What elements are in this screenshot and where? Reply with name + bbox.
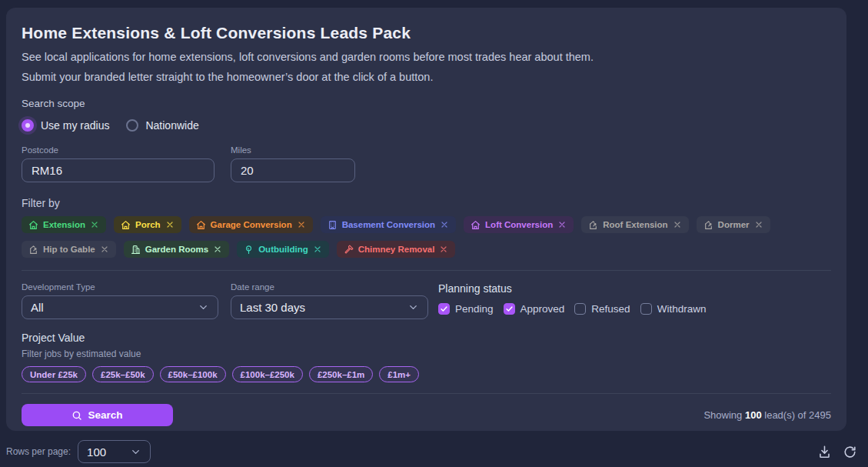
filter-chip-extension[interactable]: Extension (22, 216, 106, 233)
remove-chip-icon[interactable] (100, 245, 109, 254)
remove-chip-icon[interactable] (439, 245, 448, 254)
tree-icon (244, 245, 254, 255)
planning-status-label: Planning status (438, 282, 706, 295)
home-icon (196, 220, 206, 230)
checkbox-label: Refused (591, 303, 630, 315)
remove-chip-icon[interactable] (313, 245, 322, 254)
chip-label: Outbuilding (258, 245, 308, 254)
pill-under-25k[interactable]: Under £25k (22, 366, 86, 382)
remove-chip-icon[interactable] (557, 220, 567, 229)
filter-chip-dormer[interactable]: Dormer (697, 216, 770, 233)
radio-use-my-radius[interactable]: Use my radius (22, 119, 109, 132)
filter-chip-chimney-removal[interactable]: Chimney Removal (337, 241, 456, 258)
page-subtitle-2: Submit your branded letter straight to t… (22, 71, 831, 83)
filters-secondary-row: Development Type All Date range Last 30 … (22, 282, 831, 319)
filter-chip-garden-rooms[interactable]: Garden Rooms (124, 241, 229, 258)
filter-chip-garage-conversion[interactable]: Garage Conversion (189, 216, 313, 233)
table-actions (817, 445, 857, 459)
date-range-value: Last 30 days (240, 301, 305, 314)
radio-circle-icon[interactable] (126, 119, 138, 132)
planning-status-options: Pending Approved Refused Withdrawn (438, 303, 706, 315)
date-range-label: Date range (231, 282, 428, 292)
house-arrow-icon (28, 245, 38, 255)
chip-label: Garage Conversion (211, 220, 292, 229)
chip-label: Dormer (718, 220, 750, 229)
pill-100k-250k[interactable]: £100k–£250k (232, 366, 303, 382)
pill-250k-1m[interactable]: £250k–£1m (309, 366, 373, 382)
divider (22, 270, 831, 271)
filter-chip-roof-extension[interactable]: Roof Extension (581, 216, 688, 233)
remove-chip-icon[interactable] (165, 220, 175, 229)
divider (22, 393, 831, 394)
page-subtitle-1: See local applications for home extensio… (22, 51, 831, 63)
chip-label: Extension (43, 220, 85, 229)
rows-per-page-select[interactable]: 100 (78, 440, 151, 463)
pill-50k-100k[interactable]: £50k–£100k (160, 366, 226, 382)
project-value-sublabel: Filter jobs by estimated value (22, 349, 831, 359)
chevron-down-icon (198, 302, 209, 313)
filter-chip-outbuilding[interactable]: Outbuilding (237, 241, 329, 258)
remove-chip-icon[interactable] (440, 220, 449, 229)
pill-1m-plus[interactable]: £1m+ (379, 366, 419, 382)
development-type-value: All (31, 301, 44, 314)
results-count: 100 (745, 409, 762, 421)
chevron-down-icon (130, 446, 141, 458)
chip-label: Chimney Removal (358, 245, 435, 254)
project-value-options: Under £25k £25k–£50k £50k–£100k £100k–£2… (22, 366, 831, 382)
remove-chip-icon[interactable] (297, 220, 306, 229)
checkbox-icon[interactable] (504, 303, 515, 315)
results-summary: Showing 100 lead(s) of 2495 (703, 409, 831, 421)
postcode-input[interactable] (22, 158, 215, 182)
development-type-label: Development Type (22, 282, 218, 292)
checkbox-icon[interactable] (640, 303, 652, 315)
filter-chip-basement-conversion[interactable]: Basement Conversion (321, 216, 456, 233)
checkbox-pending[interactable]: Pending (438, 303, 494, 315)
rows-per-page-label: Rows per page: (6, 446, 71, 457)
search-scope-label: Search scope (22, 98, 831, 109)
development-type-select[interactable]: All (22, 295, 218, 319)
location-inputs: Postcode Miles (22, 145, 831, 182)
download-icon[interactable] (817, 445, 832, 459)
checkbox-icon[interactable] (574, 303, 586, 315)
checkbox-label: Approved (520, 303, 565, 315)
home-icon (121, 220, 131, 230)
chip-label: Basement Conversion (342, 220, 435, 229)
bottom-bar: Rows per page: 100 (6, 440, 857, 463)
chip-label: Garden Rooms (145, 245, 208, 254)
chip-label: Roof Extension (603, 220, 667, 229)
chip-label: Loft Conversion (485, 220, 553, 229)
house-arrow-icon (703, 220, 713, 230)
filter-chip-loft-conversion[interactable]: Loft Conversion (464, 216, 574, 233)
refresh-icon[interactable] (843, 445, 857, 459)
filter-by-label: Filter by (22, 197, 831, 209)
radio-circle-icon[interactable] (22, 119, 34, 132)
checkbox-withdrawn[interactable]: Withdrawn (640, 303, 707, 315)
card-footer: Search Showing 100 lead(s) of 2495 (22, 404, 831, 426)
remove-chip-icon[interactable] (754, 220, 763, 229)
filter-chip-porch[interactable]: Porch (114, 216, 181, 233)
radio-label: Nationwide (145, 119, 198, 132)
filter-chip-hip-to-gable[interactable]: Hip to Gable (22, 241, 116, 258)
date-range-select[interactable]: Last 30 days (231, 295, 428, 319)
search-scope-options: Use my radius Nationwide (22, 119, 831, 132)
checkbox-label: Withdrawn (657, 303, 707, 315)
project-value-label: Project Value (22, 332, 831, 344)
home-icon (28, 220, 38, 230)
remove-chip-icon[interactable] (213, 245, 222, 254)
remove-chip-icon[interactable] (673, 220, 682, 229)
house-arrow-icon (588, 220, 598, 230)
remove-chip-icon[interactable] (90, 220, 99, 229)
chip-label: Hip to Gable (43, 245, 95, 254)
search-icon (72, 410, 82, 421)
radio-nationwide[interactable]: Nationwide (126, 119, 198, 132)
checkbox-label: Pending (455, 303, 494, 315)
checkbox-refused[interactable]: Refused (574, 303, 630, 315)
postcode-label: Postcode (22, 145, 215, 155)
checkbox-icon[interactable] (438, 303, 450, 315)
miles-input[interactable] (231, 158, 355, 182)
checkbox-approved[interactable]: Approved (504, 303, 565, 315)
search-button[interactable]: Search (22, 404, 173, 426)
search-button-label: Search (88, 409, 122, 421)
building-icon (328, 220, 338, 230)
pill-25k-50k[interactable]: £25k–£50k (92, 366, 154, 382)
